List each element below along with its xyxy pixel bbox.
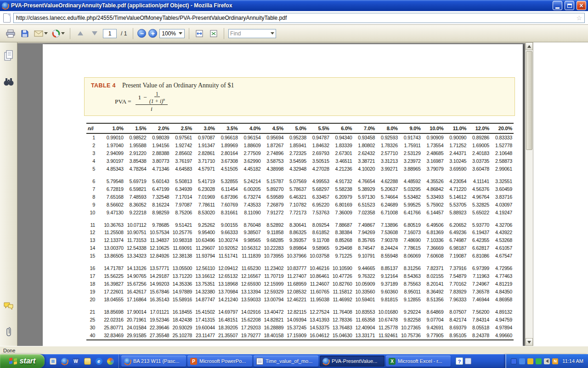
value-cell: 11.46992 xyxy=(331,296,354,304)
quick-launch-show-desktop-icon[interactable] xyxy=(48,356,57,366)
scrollbar-thumb[interactable] xyxy=(526,51,532,150)
print-icon xyxy=(6,29,16,38)
value-cell: 14.99203 xyxy=(148,280,171,288)
value-cell: 3.23972 xyxy=(399,157,422,165)
messenger-icon[interactable] xyxy=(536,358,542,364)
value-cell: 11.27407 xyxy=(285,272,308,280)
value-cell: 19.60044 xyxy=(193,324,216,332)
collaborate-button[interactable] xyxy=(51,28,66,40)
network-icon[interactable] xyxy=(519,358,525,364)
pdf-viewport[interactable]: TABLE 4 Present Value of an Ordinary Ann… xyxy=(17,42,525,346)
zoom-level-select[interactable]: 100% xyxy=(159,29,185,38)
value-cell: 4.81219 xyxy=(491,280,514,288)
value-cell: 7.43533 xyxy=(239,201,262,209)
norton-icon[interactable] xyxy=(552,358,558,364)
tray-icons xyxy=(511,358,558,364)
quick-launch-ie-icon[interactable] xyxy=(94,356,103,366)
quick-launch-firefox-icon[interactable] xyxy=(60,356,69,366)
value-cell: 16.04612 xyxy=(308,332,331,340)
pages-panel-button[interactable] xyxy=(2,49,16,63)
value-cell: 4.96764 xyxy=(468,193,491,201)
value-cell: 15.62208 xyxy=(239,316,262,324)
quick-launch-outlook-icon[interactable] xyxy=(83,356,92,366)
value-cell: 13.05500 xyxy=(170,260,193,272)
scrollbar-track[interactable] xyxy=(526,151,533,338)
rate-column-header: 10.0% xyxy=(422,123,445,133)
value-cell: 9.11708 xyxy=(308,236,331,244)
find-input[interactable] xyxy=(230,30,271,37)
media-player-icon xyxy=(107,358,114,365)
page-number-input[interactable] xyxy=(103,29,117,38)
fit-page-button[interactable] xyxy=(208,28,220,40)
period-cell: 21 xyxy=(86,304,102,316)
value-cell: 7.24967 xyxy=(468,280,491,288)
period-cell: 19 xyxy=(86,288,102,296)
value-cell: 10.73955 xyxy=(262,252,285,260)
comments-panel-button[interactable] xyxy=(2,299,16,313)
start-button[interactable]: start xyxy=(0,354,45,368)
taskbar-task[interactable]: Microsoft Excel - r... xyxy=(386,356,451,367)
value-cell: 12.54338 xyxy=(125,244,148,252)
minimize-button[interactable] xyxy=(553,1,562,10)
value-cell: 2.62432 xyxy=(353,150,376,157)
value-cell: 4.99660 xyxy=(491,332,514,340)
value-cell: 14.90765 xyxy=(125,272,148,280)
attachments-panel-button[interactable] xyxy=(2,325,16,339)
save-button[interactable] xyxy=(19,28,31,40)
help-button[interactable] xyxy=(456,357,463,365)
display-icon[interactable] xyxy=(511,358,517,364)
pva-table-header-row: n/i1.0%1.5%2.0%2.5%3.0%3.5%4.0%4.5%5.0%5… xyxy=(86,123,514,133)
fit-width-button[interactable] xyxy=(193,28,205,40)
window-title: PVA-PresentValueOrdinaryAnnuityTable.pdf… xyxy=(11,2,550,9)
table-row: 21.970401.955881.941561.927421.913471.89… xyxy=(86,142,514,150)
comments-icon xyxy=(3,302,14,310)
taskbar-task[interactable]: PVA-PresentValue... xyxy=(320,356,384,367)
maximize-button[interactable] xyxy=(565,1,574,10)
value-cell: 12.15999 xyxy=(262,280,285,288)
previous-page-button[interactable] xyxy=(74,28,86,40)
zoom-out-button[interactable]: − xyxy=(137,29,146,38)
scroll-up-button[interactable] xyxy=(526,42,533,50)
volume-icon[interactable] xyxy=(544,358,550,364)
system-tray: 11:14 AM xyxy=(505,354,588,368)
quick-launch-word-icon[interactable] xyxy=(71,356,80,366)
value-cell: 14.09394 xyxy=(285,316,308,324)
antivirus-shield-icon[interactable] xyxy=(527,358,533,364)
value-cell: 6.19437 xyxy=(468,229,491,236)
scroll-down-button[interactable] xyxy=(526,338,533,346)
address-bar[interactable]: ☆ xyxy=(13,13,585,23)
search-panel-button[interactable] xyxy=(2,75,16,88)
value-cell: 1.75911 xyxy=(399,142,422,150)
language-bar-icon[interactable] xyxy=(465,358,471,364)
value-cell: 6.73274 xyxy=(239,193,262,201)
period-cell: 9 xyxy=(86,201,102,209)
value-cell: 3.03735 xyxy=(468,157,491,165)
email-button[interactable] xyxy=(33,28,49,40)
value-cell: 6.20652 xyxy=(445,217,468,229)
zoom-in-button[interactable]: + xyxy=(148,29,157,38)
taskbar-task[interactable]: Time_value_of_mo... xyxy=(254,356,318,367)
bookmark-star-icon[interactable]: ☆ xyxy=(576,15,582,21)
value-cell: 8.64869 xyxy=(422,304,445,316)
value-cell: 17.29203 xyxy=(239,324,262,332)
close-button[interactable]: × xyxy=(577,1,586,10)
next-page-button[interactable] xyxy=(89,28,101,40)
quick-launch-media-player-icon[interactable] xyxy=(106,356,115,366)
taskbar-task[interactable]: Microsoft PowerPo... xyxy=(187,356,252,367)
toolbar-separator xyxy=(189,28,189,39)
task-label: BA 213 W11 (Pasc... xyxy=(133,358,180,364)
value-cell: 17.15909 xyxy=(285,332,308,340)
value-cell: 5.75902 xyxy=(422,201,445,209)
url-input[interactable] xyxy=(16,15,576,21)
value-cell: 11.11839 xyxy=(239,252,262,260)
value-cell: 5.74664 xyxy=(376,193,399,201)
vertical-scrollbar[interactable] xyxy=(525,42,533,346)
table-row: 43.901973.854383.807733.761973.717103.67… xyxy=(86,157,514,165)
value-cell: 1.80802 xyxy=(353,142,376,150)
value-cell: 12.13374 xyxy=(102,236,125,244)
taskbar-task[interactable]: BA 213 W11 (Pasc... xyxy=(121,356,186,367)
value-cell: 10.22283 xyxy=(262,244,285,252)
find-box[interactable] xyxy=(228,29,276,38)
print-button[interactable] xyxy=(5,28,17,40)
value-cell: 5.41719 xyxy=(193,173,216,185)
